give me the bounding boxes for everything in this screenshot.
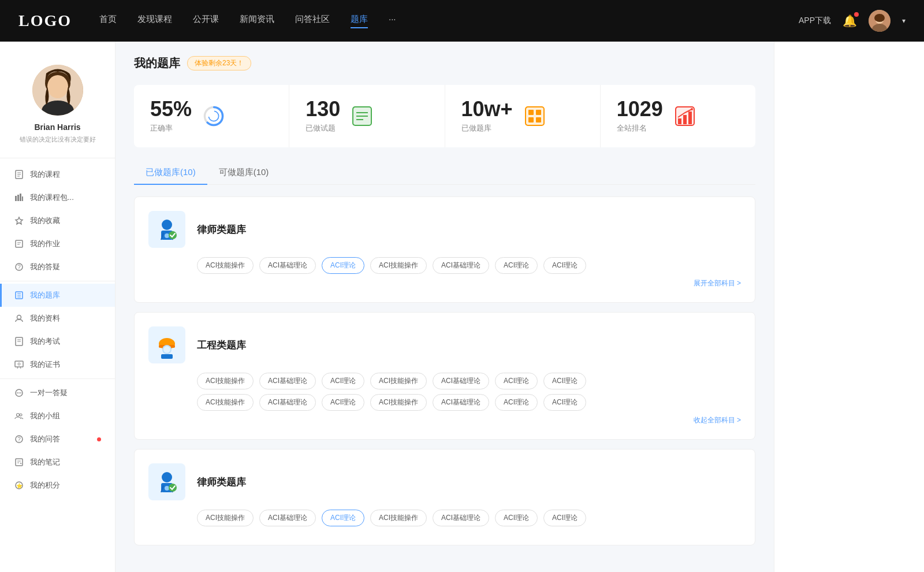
l2-tag-6[interactable]: ACI理论 [543, 510, 586, 526]
tab-available[interactable]: 可做题库(10) [207, 161, 281, 185]
eng-tag2-0[interactable]: ACI技能操作 [197, 394, 254, 411]
sidebar-item-cert[interactable]: 我的证书 [0, 353, 115, 376]
expand-link-lawyer1[interactable]: 展开全部科目 > [148, 278, 741, 288]
svg-point-31 [18, 363, 20, 365]
user-name: Brian Harris [34, 122, 80, 132]
tag-3[interactable]: ACI技能操作 [370, 257, 427, 274]
tag-6[interactable]: ACI理论 [543, 257, 586, 274]
sidebar-item-homework[interactable]: 我的作业 [0, 232, 115, 255]
sidebar-item-course-pack[interactable]: 我的课程包... [0, 186, 115, 209]
homework-label: 我的作业 [30, 239, 101, 249]
eng-tag-6[interactable]: ACI理论 [543, 373, 586, 389]
tag-4[interactable]: ACI基础理论 [433, 257, 489, 274]
tag-2-active[interactable]: ACI理论 [322, 257, 364, 274]
logo: LOGO [18, 12, 72, 30]
svg-point-37 [20, 392, 21, 393]
sidebar-item-points[interactable]: ⭐ 我的积分 [0, 474, 115, 497]
qbank-card-engineer1: 工程类题库 ACI技能操作 ACI基础理论 ACI理论 ACI技能操作 ACI基… [134, 312, 755, 440]
svg-text:?: ? [17, 436, 21, 443]
l2-tag-3[interactable]: ACI技能操作 [370, 510, 427, 526]
svg-point-38 [17, 414, 20, 417]
tag-1[interactable]: ACI基础理论 [259, 257, 316, 274]
l2-tag-1[interactable]: ACI基础理论 [259, 510, 316, 526]
qbank-header-lawyer2: 律师类题库 [148, 463, 741, 500]
accuracy-label: 正确率 [150, 123, 192, 133]
svg-point-3 [874, 14, 885, 22]
eng-tag2-2[interactable]: ACI理论 [322, 394, 364, 411]
sidebar-avatar[interactable] [32, 65, 83, 116]
course-label: 我的课程 [30, 169, 101, 180]
eng-tag-0[interactable]: ACI技能操作 [197, 373, 254, 389]
eng-tag-3[interactable]: ACI技能操作 [370, 373, 427, 389]
l2-tag-4[interactable]: ACI基础理论 [433, 510, 489, 526]
sidebar-item-group[interactable]: 我的小组 [0, 404, 115, 428]
eng-tag-1[interactable]: ACI基础理论 [259, 373, 316, 389]
nav-open-course[interactable]: 公开课 [193, 14, 219, 28]
course-pack-label: 我的课程包... [30, 192, 101, 203]
svg-rect-65 [683, 115, 687, 124]
tags-row-lawyer1: ACI技能操作 ACI基础理论 ACI理论 ACI技能操作 ACI基础理论 AC… [197, 257, 741, 274]
svg-point-77 [162, 472, 172, 482]
course-icon [14, 169, 24, 180]
l2-tag-5[interactable]: ACI理论 [495, 510, 538, 526]
sidebar-item-profile[interactable]: 我的资料 [0, 307, 115, 330]
eng-tag-4[interactable]: ACI基础理论 [433, 373, 489, 389]
trial-badge: 体验剩余23天！ [187, 56, 251, 70]
eng-tag2-6[interactable]: ACI理论 [543, 394, 586, 411]
qa-mine-label: 我的问答 [30, 434, 90, 444]
nav-qa[interactable]: 问答社区 [295, 14, 330, 28]
l2-tag-0[interactable]: ACI技能操作 [197, 510, 254, 526]
top-navigation: LOGO 首页 发现课程 公开课 新闻资讯 问答社区 题库 ··· APP下载 … [0, 0, 924, 42]
user-avatar[interactable] [869, 10, 891, 32]
svg-point-39 [20, 414, 22, 416]
qbank-icon [14, 290, 24, 300]
tab-done[interactable]: 已做题库(10) [134, 161, 207, 185]
notes-icon [14, 457, 24, 467]
user-motto: 错误的决定比没有决定要好 [20, 135, 96, 144]
notification-bell[interactable]: 🔔 [843, 14, 857, 28]
svg-rect-56 [526, 107, 544, 125]
sidebar-item-exam[interactable]: 我的考试 [0, 330, 115, 353]
svg-rect-15 [22, 196, 23, 201]
tag-0[interactable]: ACI技能操作 [197, 257, 254, 274]
nav-home[interactable]: 首页 [99, 14, 117, 28]
eng-tag-2[interactable]: ACI理论 [322, 373, 364, 389]
sidebar-item-tutoring[interactable]: 一对一答疑 [0, 381, 115, 404]
svg-point-6 [47, 75, 68, 98]
eng-tag2-4[interactable]: ACI基础理论 [433, 394, 489, 411]
app-download-button[interactable]: APP下载 [799, 16, 831, 26]
nav-discover[interactable]: 发现课程 [137, 14, 172, 28]
stat-banks: 10w+ 已做题库 [445, 85, 601, 147]
eng-tag-5[interactable]: ACI理论 [495, 373, 538, 389]
user-menu-chevron[interactable]: ▾ [902, 17, 906, 25]
sidebar-item-notes[interactable]: 我的笔记 [0, 451, 115, 474]
nav-news[interactable]: 新闻资讯 [240, 14, 274, 28]
stat-accuracy: 55% 正确率 [134, 85, 289, 147]
nav-qbank[interactable]: 题库 [351, 14, 368, 28]
ranking-number: 1029 [617, 99, 663, 120]
sidebar-item-favorites[interactable]: 我的收藏 [0, 209, 115, 232]
svg-rect-61 [536, 117, 541, 122]
qbank-card-lawyer1: 律师类题库 ACI技能操作 ACI基础理论 ACI理论 ACI技能操作 ACI基… [134, 196, 755, 303]
sidebar-item-course[interactable]: 我的课程 [0, 163, 115, 186]
eng-tag2-3[interactable]: ACI技能操作 [370, 394, 427, 411]
sidebar-item-myqa[interactable]: ? 我的答疑 [0, 255, 115, 278]
tag-5[interactable]: ACI理论 [495, 257, 538, 274]
question-bank-tabs: 已做题库(10) 可做题库(10) [134, 161, 755, 185]
qbank-title-lawyer2: 律师类题库 [197, 476, 246, 489]
eng-tag2-5[interactable]: ACI理论 [495, 394, 538, 411]
collapse-link-engineer1[interactable]: 收起全部科目 > [148, 415, 741, 425]
sidebar-item-qbank[interactable]: 我的题库 [0, 284, 115, 307]
qbank-title-engineer1: 工程类题库 [197, 339, 246, 352]
sidebar-item-qa-mine[interactable]: ? 我的问答 [0, 428, 115, 451]
svg-marker-16 [16, 217, 23, 224]
svg-rect-30 [15, 361, 23, 367]
nav-more[interactable]: ··· [389, 14, 396, 28]
questions-label: 已做试题 [305, 123, 340, 133]
profile-icon [14, 313, 24, 324]
svg-rect-66 [688, 112, 692, 124]
group-label: 我的小组 [30, 411, 101, 421]
eng-tag2-1[interactable]: ACI基础理论 [259, 394, 316, 411]
l2-tag-2-active[interactable]: ACI理论 [322, 510, 364, 526]
tutoring-icon [14, 388, 24, 398]
